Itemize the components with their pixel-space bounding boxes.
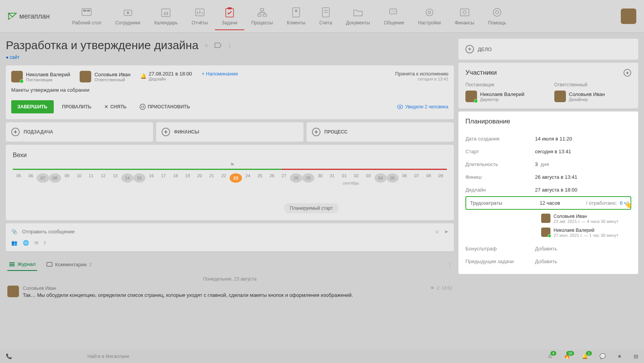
timeline[interactable]: ⚑ 05060708091011121314151617181920212223… xyxy=(13,166,447,186)
reports-icon xyxy=(194,6,206,19)
date-cell[interactable]: 28 xyxy=(290,173,302,183)
safe-icon xyxy=(458,6,471,19)
date-cell[interactable]: 29 xyxy=(302,173,314,183)
nav-calendar[interactable]: 23Календарь xyxy=(147,2,185,30)
star-icon[interactable]: ☆ xyxy=(204,43,209,48)
phone-icon[interactable]: 📞 xyxy=(6,353,12,359)
effort-person-1[interactable]: Соловьев Иван23 авг. 2021 г. — 4 часа 30… xyxy=(541,214,631,224)
date-cell[interactable]: 17 xyxy=(157,173,169,183)
date-cell[interactable]: 06 xyxy=(25,173,37,183)
finance-button[interactable]: +ФИНАНСЫ xyxy=(156,122,303,142)
tag-icon[interactable] xyxy=(215,43,221,48)
nav-tasks[interactable]: Задачи xyxy=(215,2,244,30)
nav-clients[interactable]: Клиенты xyxy=(280,2,312,30)
date-cell[interactable]: 08 xyxy=(49,173,61,183)
subtask-button[interactable]: +ПОДЗАДАЧА xyxy=(6,122,153,142)
message-card: 📎 ☺ ➤ 👥 🌐 ✉ f xyxy=(6,223,454,251)
date-cell[interactable]: 06 xyxy=(399,173,411,183)
globe-icon[interactable]: 🌐 xyxy=(23,240,29,246)
finish-button[interactable]: ЗАВЕРШИТЬ xyxy=(11,100,54,113)
svg-point-28 xyxy=(395,11,395,12)
date-cell[interactable]: 13 xyxy=(109,173,121,183)
date-cell[interactable]: 27 xyxy=(278,173,290,183)
emoji-icon[interactable]: ☺ xyxy=(434,229,440,235)
date-cell[interactable]: 19 xyxy=(182,173,194,183)
date-cell[interactable]: 08 xyxy=(423,173,434,183)
fail-button[interactable]: ПРОВАЛИТЬ xyxy=(58,100,96,113)
date-cell[interactable]: 05 xyxy=(387,173,399,183)
nav-processes[interactable]: Процессы xyxy=(244,2,280,30)
cancel-button[interactable]: ✕ СНЯТЬ xyxy=(100,100,131,113)
date-cell[interactable]: 09 xyxy=(61,173,73,183)
date-cell[interactable]: 15 xyxy=(133,173,145,183)
tab-menu-icon[interactable]: ⋮ xyxy=(447,262,452,267)
date-cell[interactable]: 04 xyxy=(375,173,387,183)
add-reminder-link[interactable]: + Напоминание xyxy=(201,71,238,77)
add-participant-button[interactable]: + xyxy=(624,69,631,77)
tab-comments[interactable]: Комментарии 2 xyxy=(45,259,93,271)
deadline-block[interactable]: 🔔 27.08.2021 в 18:00Дедлайн xyxy=(140,71,192,81)
nav-help[interactable]: Помощь xyxy=(481,2,513,30)
bonus-add[interactable]: Добавить xyxy=(535,246,557,252)
message-input[interactable] xyxy=(22,229,430,235)
nav-finance[interactable]: Финансы xyxy=(448,2,481,30)
nav-reports[interactable]: Отчёты xyxy=(185,2,215,30)
fire-icon[interactable]: 🔥19 xyxy=(564,353,570,359)
people-icon[interactable]: 👥 xyxy=(11,240,17,246)
facebook-icon[interactable]: f xyxy=(44,240,46,246)
effort-person-2[interactable]: Николаев Валерий27 июл. 2021 г. — 1 час … xyxy=(541,228,631,238)
logo[interactable]: мегаплан xyxy=(8,12,50,21)
date-cell[interactable]: 26 xyxy=(266,173,278,183)
date-cell[interactable]: 24 xyxy=(242,173,254,183)
date-cell[interactable]: 21 xyxy=(206,173,218,183)
pause-button[interactable]: ПРИОСТАНОВИТЬ xyxy=(135,100,194,114)
mail-icon[interactable]: ✉ xyxy=(34,240,39,246)
process-button[interactable]: +ПРОЦЕСС xyxy=(307,122,454,142)
date-cell[interactable]: 25 xyxy=(254,173,266,183)
nav-accounts[interactable]: Счета xyxy=(312,2,339,30)
date-cell[interactable]: 07 xyxy=(411,173,423,183)
date-cell[interactable]: 05 xyxy=(13,173,25,183)
svg-point-26 xyxy=(392,11,392,12)
creator-block[interactable]: Николаев ВалерийПостановщик xyxy=(11,71,70,82)
date-cell[interactable]: 16 xyxy=(145,173,157,183)
date-cell[interactable]: 20 xyxy=(194,173,206,183)
alert-icon[interactable]: ⚠9 xyxy=(548,353,552,359)
nav-communication[interactable]: Общение xyxy=(377,2,411,30)
nav-documents[interactable]: Документы xyxy=(339,2,377,30)
prev-tasks-add[interactable]: Добавить xyxy=(535,259,557,264)
date-cell[interactable]: 31 xyxy=(326,173,338,183)
project-tag[interactable]: сайт xyxy=(6,55,19,60)
nav-items: Рабочий стол Сотрудники 23Календарь Отчё… xyxy=(65,2,621,30)
date-cell[interactable]: 22 xyxy=(218,173,230,183)
date-cell[interactable]: 10 xyxy=(73,173,85,183)
date-cell[interactable]: 14 xyxy=(121,173,133,183)
chat-icon[interactable]: 💬 xyxy=(600,353,606,359)
delo-card[interactable]: +ДЕЛО xyxy=(458,39,638,60)
search-input[interactable]: Найти в Мегаплане xyxy=(87,354,408,359)
date-cell[interactable]: 09 xyxy=(435,173,447,183)
date-cell[interactable]: 03 xyxy=(362,173,374,183)
send-icon[interactable]: ➤ xyxy=(444,229,448,235)
more-icon[interactable]: ⋮ xyxy=(227,43,232,48)
participant-assignee[interactable]: Соловьев ИванДизайнер xyxy=(554,91,632,102)
layers-icon[interactable]: ▤ xyxy=(634,353,638,359)
date-cell[interactable]: 18 xyxy=(169,173,181,183)
participant-creator[interactable]: Николаев ВалерийДиректор xyxy=(465,91,543,102)
date-cell[interactable]: 07 xyxy=(37,173,49,183)
effort-row[interactable]: Трудозатраты 12 часов / отработано: 6 ч … xyxy=(465,196,631,210)
date-cell[interactable]: 23 xyxy=(230,173,242,183)
star-icon[interactable]: ★ xyxy=(617,353,622,359)
assignee-block[interactable]: Соловьев ИванОтветственный xyxy=(80,71,130,82)
date-cell[interactable]: 11 xyxy=(85,173,97,183)
tab-journal[interactable]: Журнал xyxy=(7,258,37,271)
user-avatar[interactable] xyxy=(621,9,636,24)
attach-icon[interactable]: 📎 xyxy=(11,229,17,235)
nav-settings[interactable]: Настройки xyxy=(411,2,448,30)
nav-employees[interactable]: Сотрудники xyxy=(108,2,147,30)
seen-link[interactable]: Увидели 2 человека xyxy=(397,104,448,110)
date-cell[interactable]: 30 xyxy=(314,173,326,183)
bell-icon[interactable]: 🔔1 xyxy=(582,353,588,359)
nav-desktop[interactable]: Рабочий стол xyxy=(65,2,108,30)
date-cell[interactable]: 12 xyxy=(97,173,109,183)
